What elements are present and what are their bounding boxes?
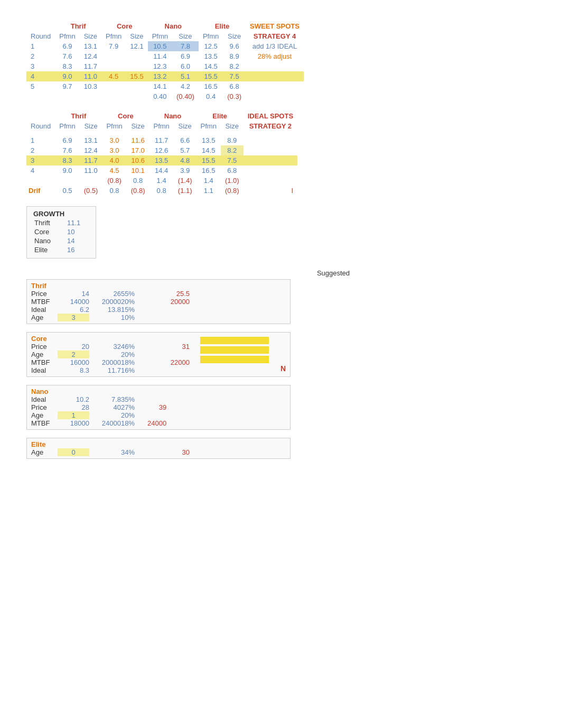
core-age-val1: 2 [58,351,89,358]
sweet-spots-section: Thrif Core Nano Elite SWEET SPOTS Round … [26,21,535,102]
t1-r2-core-pfmn [101,51,126,61]
t2-nano-header: Nano [149,111,196,121]
nano-ideal-pct: 35% [121,395,147,403]
t2-elite-pfmn-label: Pfmn [197,121,221,131]
t2-thrif-size-label: Size [80,121,102,131]
t2-r2-extra [244,145,297,155]
nano-mtbf-val1: 18000 [58,419,89,427]
t2-f1-extra [244,176,297,186]
t2-r3-core-pfmn: 4.0 [102,155,126,165]
growth-row-elite: Elite 16 [34,246,88,254]
drif-thrif-size: (0.5) [80,186,102,196]
ideal-spots-table: Thrif Core Nano Elite IDEAL SPOTS Round … [26,111,297,196]
core-age-val2 [89,351,121,358]
thrif-price-val2: 26 [89,290,121,298]
nano-mtbf-pct: 18% [121,419,147,427]
nano-segment-box: Nano Ideal 10.2 7.8 35% Price 28 40 27% … [26,385,291,430]
nano-ideal-suggested [147,395,166,403]
core-ideal-val1: 8.3 [58,366,89,374]
round-5: 5 [26,81,55,91]
core-seg-title-row: Core N [31,335,286,343]
t1-r1-nano-size: 7.8 [172,41,199,51]
core-price-val2: 32 [89,343,121,351]
growth-section: GROWTH Thrift 11.1 Core 10 Nano 14 Elite… [26,206,535,264]
nano-seg-table: Nano Ideal 10.2 7.8 35% Price 28 40 27% … [31,388,166,427]
t2-f1-elite-pfmn: 1.4 [197,176,221,186]
t1-r2-nano-size: 6.9 [172,51,199,61]
nano-ideal-row: Ideal 10.2 7.8 35% [31,395,166,403]
t2-r1-thrif-pfmn: 6.9 [55,135,79,145]
core-price-label: Price [31,343,58,351]
thrif-age-suggested [147,314,190,321]
t1-r2-thrif-size: 12.4 [80,51,101,61]
nano-age-label: Age [31,411,58,419]
drif-nano-pfmn: 0.8 [149,186,173,196]
t2-round-1: 1 [26,135,55,145]
t2-r4-elite-size: 6.8 [221,165,244,176]
thrif-age-pct: 10% [121,314,147,321]
round-3: 3 [26,61,55,71]
drif-row: Drif 0.5 (0.5) 0.8 (0.8) 0.8 (1.1) 1.1 (… [26,186,297,196]
thrif-price-val1: 14 [58,290,89,298]
core-ideal-label: Ideal [31,366,58,374]
t1-r4-thrif-pfmn: 9.0 [55,71,79,81]
t1-r5-extra [246,81,304,91]
t2-r3-core-size: 10.6 [127,155,149,165]
growth-elite-val: 16 [67,246,88,254]
n-label: N [200,364,286,373]
t1-r3-core-pfmn [101,61,126,71]
thrif-ideal-suggested [147,306,190,314]
elite-age-val1: 0 [58,448,89,456]
t1-r3-nano-size: 6.0 [172,61,199,71]
ideal-spots-section: Thrif Core Nano Elite IDEAL SPOTS Round … [26,111,535,196]
t1-foot-extra [246,91,304,102]
t2-f1-core-size: 0.8 [127,176,149,186]
t2-r4-thrif-size: 11.0 [80,165,102,176]
pct-adjust-label: 28% adjust [246,51,304,61]
nano-age-row: Age 1 20% [31,411,166,419]
t2-core-pfmn-label: Pfmn [102,121,126,131]
thrif-age-val2 [89,314,121,321]
main-container: Thrif Core Nano Elite SWEET SPOTS Round … [11,11,550,477]
t1-r1-thrif-pfmn: 6.9 [55,41,79,51]
t2-nano-pfmn-label: Pfmn [149,121,173,131]
t1-foot-round [26,91,55,102]
t1-r2-thrif-pfmn: 7.6 [55,51,79,61]
t2-round-col-label: Round [26,121,55,131]
core-bar-bot [200,356,269,363]
table-row: 4 9.0 11.0 4.5 10.1 14.4 3.9 16.5 6.8 [26,165,297,176]
sweet-spots-label: SWEET SPOTS [246,21,304,31]
drif-thrif-pfmn: 0.5 [55,186,79,196]
core-size-label: Size [126,31,147,41]
thrif-mtbf-row: MTBF 14000 20000 20% 20000 [31,298,190,306]
t2-r3-nano-size: 4.8 [174,155,197,165]
t2-r1-core-size: 11.6 [127,135,149,145]
thrif-pfmn-label: Pfmn [55,31,79,41]
growth-elite-label: Elite [34,246,66,254]
t2-r4-core-size: 10.1 [127,165,149,176]
t1-r4-thrif-size: 11.0 [80,71,101,81]
t2-r1-elite-size: 8.9 [221,135,244,145]
t2-r2-elite-pfmn: 14.5 [197,145,221,155]
core-mtbf-suggested: 22000 [147,358,190,366]
t2-r2-thrif-pfmn: 7.6 [55,145,79,155]
t2-elite-size-label: Size [221,121,244,131]
t2-r3-elite-size: 7.5 [221,155,244,165]
t1-r5-elite-pfmn: 16.5 [199,81,223,91]
core-age-suggested [147,351,190,358]
t2-r4-core-pfmn: 4.5 [102,165,126,176]
thrif-seg-table: Thrif Price 14 26 55% 25.5 MTBF 14000 20… [31,282,190,321]
t2-r2-core-size: 17.0 [127,145,149,155]
core-price-val1: 20 [58,343,89,351]
growth-title: GROWTH [33,210,89,218]
nano-price-pct: 27% [121,403,147,411]
t2-r2-nano-pfmn: 12.6 [149,145,173,155]
t1-r3-thrif-pfmn: 8.3 [55,61,79,71]
t1-r5-core-size [126,81,147,91]
elite-age-pct: 34% [121,448,147,456]
t2-r1-nano-size: 6.6 [174,135,197,145]
t2-r3-nano-pfmn: 13.5 [149,155,173,165]
thrif-mtbf-suggested: 20000 [147,298,190,306]
t2-round-2: 2 [26,145,55,155]
table2-footer-row1: (0.8) 0.8 1.4 (1.4) 1.4 (1.0) [26,176,297,186]
